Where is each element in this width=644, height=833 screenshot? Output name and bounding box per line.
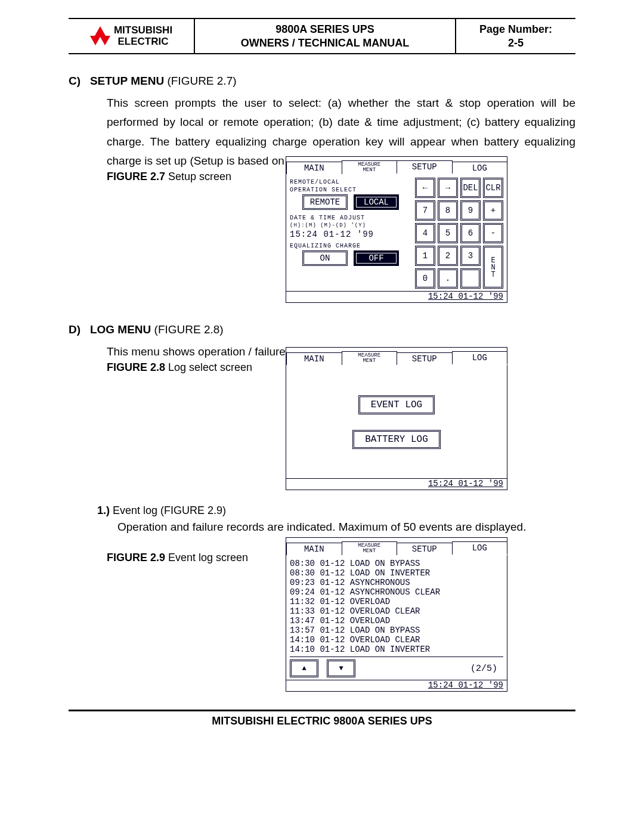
key-left-arrow[interactable]: ←: [415, 178, 435, 198]
brand-top: MITSUBISHI: [114, 24, 172, 36]
tab-setup[interactable]: SETUP: [397, 160, 453, 174]
figure-29-number: FIGURE 2.9: [107, 552, 165, 563]
event-row: 13:57 01-12 LOAD ON BYPASS: [290, 625, 503, 635]
key-right-arrow[interactable]: →: [438, 178, 458, 198]
key-minus[interactable]: -: [483, 223, 503, 243]
event-log-body: 08:30 01-12 LOAD ON BYPASS 08:30 01-12 L…: [286, 555, 507, 680]
page-indicator: (2/5): [470, 664, 503, 674]
event-row: 11:33 01-12 OVERLOAD CLEAR: [290, 606, 503, 616]
tab-log-28[interactable]: LOG: [452, 351, 508, 365]
section-d-letter: D): [69, 323, 80, 336]
page-number-label: Page Number:: [479, 23, 552, 35]
lcd-tabs-28: MAIN MEASURE MENT SETUP LOG: [286, 348, 507, 365]
sub-1-heading: 1.) Event log (FIGURE 2.9): [97, 504, 575, 517]
figure-29-caption: Event log screen: [165, 552, 248, 563]
brand-cell: MITSUBISHI ELECTRIC: [69, 19, 195, 53]
tab-setup-29[interactable]: SETUP: [397, 543, 453, 555]
key-1[interactable]: 1: [415, 246, 435, 266]
battery-log-button[interactable]: BATTERY LOG: [352, 430, 441, 449]
section-c-ref: (FIGURE 2.7): [164, 75, 236, 87]
figure-27-lcd: MAIN MEASURE MENT SETUP LOG REMOTE/LOCAL…: [286, 156, 507, 303]
lcd-tabs-29: MAIN MEASURE MENT SETUP LOG: [286, 538, 507, 555]
tab-main-29[interactable]: MAIN: [286, 543, 342, 555]
key-ent[interactable]: ENT: [483, 246, 503, 289]
eq-on-button[interactable]: ON: [302, 250, 348, 266]
tab-measurement[interactable]: MEASURE MENT: [342, 160, 398, 174]
tab-main[interactable]: MAIN: [286, 162, 342, 174]
figure-29-row: FIGURE 2.9 Event log screen MAIN MEASURE…: [69, 537, 575, 692]
event-row: 08:30 01-12 LOAD ON BYPASS: [290, 559, 503, 568]
key-0[interactable]: 0: [415, 268, 435, 289]
event-row: 11:32 01-12 OVERLOAD: [290, 597, 503, 606]
equalizing-title: EQUALIZING CHARGE: [290, 243, 411, 249]
remote-button[interactable]: REMOTE: [302, 194, 348, 210]
doc-title-cell: 9800A SERIES UPS OWNERS / TECHNICAL MANU…: [195, 19, 456, 53]
key-9[interactable]: 9: [460, 200, 481, 221]
event-row: 13:47 01-12 OVERLOAD: [290, 616, 503, 625]
event-row: 14:10 01-12 OVERLOAD CLEAR: [290, 635, 503, 645]
event-row: 08:30 01-12 LOAD ON INVERTER: [290, 568, 503, 578]
tab-measurement-28[interactable]: MEASURE MENT: [342, 351, 398, 365]
event-log-pager: ▲ ▼ (2/5): [290, 657, 503, 677]
figure-28-lcd: MAIN MEASURE MENT SETUP LOG EVENT LOG BA…: [286, 347, 507, 490]
doc-title-l2: OWNERS / TECHNICAL MANUAL: [241, 37, 410, 49]
key-blank[interactable]: [460, 268, 481, 289]
setup-screen-body: REMOTE/LOCAL OPERATION SELECT REMOTE LOC…: [286, 174, 507, 291]
remote-local-title: REMOTE/LOCAL: [290, 179, 411, 185]
operation-select-title: OPERATION SELECT: [290, 187, 411, 193]
tab-main-28[interactable]: MAIN: [286, 352, 342, 365]
lcd-status-time: 15:24 01-12 '99: [286, 291, 507, 302]
key-dot[interactable]: .: [438, 268, 458, 289]
page-number-value: 2-5: [508, 37, 524, 49]
figure-28-label: FIGURE 2.8 Log select screen: [107, 361, 262, 374]
lcd-status-time-28: 15:24 01-12 '99: [286, 478, 507, 490]
key-6[interactable]: 6: [460, 223, 481, 243]
eq-off-button[interactable]: OFF: [354, 250, 399, 266]
datetime-format: (H):(M) (M)-(D) '(Y): [290, 222, 411, 228]
figure-27-label: FIGURE 2.7 Setup screen: [107, 171, 262, 183]
figure-27-caption: Setup screen: [165, 171, 231, 182]
event-log-button[interactable]: EVENT LOG: [358, 395, 435, 414]
section-c-title: SETUP MENU: [90, 75, 164, 87]
figure-28-number: FIGURE 2.8: [107, 361, 165, 373]
local-button[interactable]: LOCAL: [354, 194, 399, 210]
key-7[interactable]: 7: [415, 200, 435, 221]
datetime-value: 15:24 01-12 '99: [290, 230, 411, 239]
event-row: 09:24 01-12 ASYNCHRONOUS CLEAR: [290, 587, 503, 597]
page-up-button[interactable]: ▲: [290, 659, 318, 677]
section-d-title: LOG MENU: [90, 323, 151, 336]
keypad: ← → DEL CLR 7 8 9 + 4 5 6 - 1 2 3 ENT 0: [415, 178, 503, 289]
key-del[interactable]: DEL: [460, 178, 481, 198]
lcd-status-time-29: 15:24 01-12 '99: [286, 680, 507, 691]
tab-measurement-29[interactable]: MEASURE MENT: [342, 541, 398, 555]
key-2[interactable]: 2: [438, 246, 458, 266]
key-4[interactable]: 4: [415, 223, 435, 243]
sub-1-number: 1.): [97, 504, 110, 516]
lcd-tabs: MAIN MEASURE MENT SETUP LOG: [286, 157, 507, 174]
tab-setup-28[interactable]: SETUP: [397, 352, 453, 365]
section-d-heading: D) LOG MENU (FIGURE 2.8): [69, 323, 575, 336]
page-down-button[interactable]: ▼: [327, 659, 355, 677]
tab-log[interactable]: LOG: [452, 162, 508, 174]
setup-left-column: REMOTE/LOCAL OPERATION SELECT REMOTE LOC…: [290, 178, 411, 289]
page-footer: MITSUBISHI ELECTRIC 9800A SERIES UPS: [69, 710, 575, 727]
brand-text: MITSUBISHI ELECTRIC: [114, 25, 172, 47]
key-8[interactable]: 8: [438, 200, 458, 221]
section-c-heading: C) SETUP MENU (FIGURE 2.7): [69, 75, 575, 88]
manual-page: MITSUBISHI ELECTRIC 9800A SERIES UPS OWN…: [0, 0, 644, 745]
figure-28-row: FIGURE 2.8 Log select screen MAIN MEASUR…: [69, 347, 575, 490]
section-c-letter: C): [69, 75, 80, 87]
page-number-cell: Page Number: 2-5: [456, 19, 575, 53]
section-d-ref: (FIGURE 2.8): [151, 323, 223, 336]
key-clr[interactable]: CLR: [483, 178, 503, 198]
key-plus[interactable]: +: [483, 200, 503, 221]
tab-log-29[interactable]: LOG: [452, 541, 508, 555]
key-5[interactable]: 5: [438, 223, 458, 243]
figure-27-number: FIGURE 2.7: [107, 171, 165, 182]
figure-27-row: FIGURE 2.7 Setup screen MAIN MEASURE MEN…: [69, 156, 575, 303]
key-3[interactable]: 3: [460, 246, 481, 266]
sub-1-title: Event log (FIGURE 2.9): [110, 504, 226, 516]
mitsubishi-logo-icon: [90, 26, 110, 47]
figure-29-label: FIGURE 2.9 Event log screen: [107, 552, 262, 564]
event-row: 14:10 01-12 LOAD ON INVERTER: [290, 645, 503, 654]
